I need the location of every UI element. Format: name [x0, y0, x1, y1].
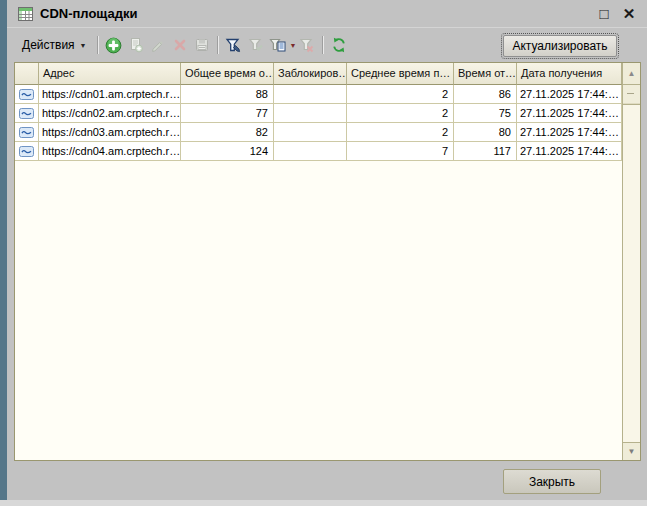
table-row[interactable]: https://cdn01.am.crptech.r… 88 2 86 27.1…	[15, 85, 640, 104]
cell-avg-time[interactable]: 2	[347, 104, 454, 123]
titlebar[interactable]: CDN-площадки □ ✕	[7, 0, 647, 28]
cell-date[interactable]: 27.11.2025 17:44:…	[517, 104, 622, 123]
column-header-icon[interactable]	[15, 63, 39, 85]
save-button[interactable]	[191, 34, 213, 56]
table-row[interactable]: https://cdn04.am.crptech.r… 124 7 117 27…	[15, 142, 640, 161]
table-row[interactable]: https://cdn03.am.crptech.r… 82 2 80 27.1…	[15, 123, 640, 142]
cell-address[interactable]: https://cdn01.am.crptech.r…	[39, 85, 181, 104]
cdn-sites-window: CDN-площадки □ ✕ Действия ▼	[7, 0, 647, 500]
filter-history-icon	[269, 37, 286, 54]
save-icon	[194, 37, 210, 53]
table-header-row: Адрес Общее время о… Заблокиров… Среднее…	[15, 63, 640, 85]
cell-total-time[interactable]: 77	[181, 104, 274, 123]
filter-settings-icon	[225, 37, 242, 54]
scroll-down-icon: ▼	[628, 447, 636, 456]
filter-apply-button[interactable]	[245, 34, 267, 56]
add-button[interactable]	[103, 34, 125, 56]
chevron-down-icon: ▼	[80, 42, 87, 49]
filter-history-dropdown-icon[interactable]: ▼	[290, 42, 297, 49]
cell-resp-time[interactable]: 117	[454, 142, 517, 161]
row-icon-cell[interactable]	[15, 85, 39, 104]
row-icon-cell[interactable]	[15, 104, 39, 123]
window-title: CDN-площадки	[40, 6, 137, 21]
filter-settings-button[interactable]	[223, 34, 245, 56]
cell-address[interactable]: https://cdn03.am.crptech.r…	[39, 123, 181, 142]
scroll-down-button[interactable]: ▼	[623, 442, 640, 460]
cell-address[interactable]: https://cdn02.am.crptech.r…	[39, 104, 181, 123]
row-icon-cell[interactable]	[15, 142, 39, 161]
cell-total-time[interactable]: 88	[181, 85, 274, 104]
row-icon-cell[interactable]	[15, 123, 39, 142]
cell-date[interactable]: 27.11.2025 17:44:…	[517, 85, 622, 104]
cell-total-time[interactable]: 124	[181, 142, 274, 161]
cell-resp-time[interactable]: 80	[454, 123, 517, 142]
close-window-button[interactable]: ✕	[618, 3, 640, 25]
cell-resp-time[interactable]: 75	[454, 104, 517, 123]
copy-icon	[128, 37, 144, 53]
filter-apply-icon	[248, 37, 264, 53]
toolbar: Действия ▼	[16, 33, 350, 57]
edit-icon	[150, 38, 165, 53]
cell-resp-time[interactable]: 86	[454, 85, 517, 104]
cell-avg-time[interactable]: 2	[347, 123, 454, 142]
column-header-resp-time[interactable]: Время от…	[454, 63, 517, 85]
workspace-background	[0, 0, 7, 502]
scroll-up-button[interactable]: ▲	[623, 63, 640, 85]
vertical-scrollbar[interactable]: ▲ ▼	[622, 63, 640, 460]
refresh-icon	[331, 37, 347, 53]
wave-icon	[19, 127, 34, 138]
column-header-date[interactable]: Дата получения	[517, 63, 622, 85]
cdn-table: Адрес Общее время о… Заблокиров… Среднее…	[14, 62, 641, 461]
filter-history-button[interactable]	[267, 34, 289, 56]
toolbar-separator	[322, 36, 324, 54]
maximize-button[interactable]: □	[593, 3, 615, 25]
wave-icon	[19, 89, 34, 100]
cell-address[interactable]: https://cdn04.am.crptech.r…	[39, 142, 181, 161]
delete-button[interactable]	[169, 34, 191, 56]
filter-clear-icon	[299, 37, 315, 53]
window-bottom-edge	[0, 500, 647, 506]
cell-blocked[interactable]	[274, 85, 347, 104]
cell-blocked[interactable]	[274, 104, 347, 123]
actions-menu-button[interactable]: Действия ▼	[16, 35, 93, 55]
cell-blocked[interactable]	[274, 123, 347, 142]
cell-blocked[interactable]	[274, 142, 347, 161]
filter-clear-button[interactable]	[296, 34, 318, 56]
column-header-total-time[interactable]: Общее время о…	[181, 63, 274, 85]
cell-avg-time[interactable]: 7	[347, 142, 454, 161]
toolbar-separator	[217, 36, 219, 54]
toolbar-separator	[97, 36, 99, 54]
column-header-avg-time[interactable]: Среднее время п…	[347, 63, 454, 85]
cell-date[interactable]: 27.11.2025 17:44:…	[517, 123, 622, 142]
delete-icon	[173, 38, 187, 52]
edit-button[interactable]	[147, 34, 169, 56]
list-grid-icon	[18, 7, 33, 21]
cell-total-time[interactable]: 82	[181, 123, 274, 142]
column-header-address[interactable]: Адрес	[39, 63, 181, 85]
scroll-up-icon: ▲	[628, 69, 636, 78]
table-row[interactable]: https://cdn02.am.crptech.r… 77 2 75 27.1…	[15, 104, 640, 123]
cell-date[interactable]: 27.11.2025 17:44:…	[517, 142, 622, 161]
scrollbar-thumb[interactable]	[623, 85, 640, 105]
copy-button[interactable]	[125, 34, 147, 56]
screen: CDN-площадки □ ✕ Действия ▼	[0, 0, 647, 506]
actions-label: Действия	[22, 38, 75, 52]
wave-icon	[19, 146, 34, 157]
cell-avg-time[interactable]: 2	[347, 85, 454, 104]
close-button[interactable]: Закрыть	[503, 469, 601, 494]
refresh-button[interactable]	[328, 34, 350, 56]
add-icon	[105, 37, 122, 54]
actualize-button[interactable]: Актуализировать	[503, 35, 617, 57]
wave-icon	[19, 108, 34, 119]
column-header-blocked[interactable]: Заблокиров…	[274, 63, 347, 85]
